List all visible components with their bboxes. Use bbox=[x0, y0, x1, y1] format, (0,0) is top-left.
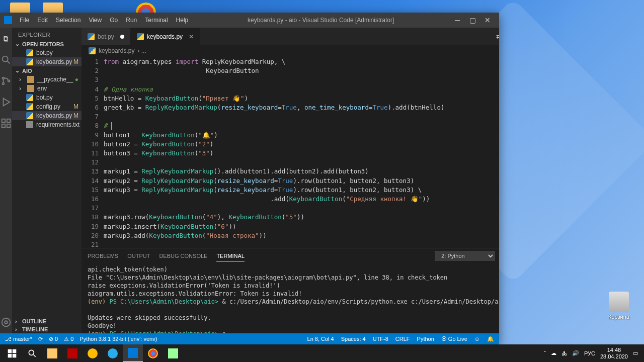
svg-point-5 bbox=[3, 83, 5, 85]
taskbar-filezilla[interactable] bbox=[62, 344, 83, 362]
timeline-header[interactable]: ›TIMELINE bbox=[12, 325, 82, 333]
menu-selection[interactable]: Selection bbox=[52, 15, 84, 25]
svg-point-13 bbox=[2, 318, 11, 327]
svg-rect-9 bbox=[2, 124, 5, 127]
tray-language[interactable]: РУС bbox=[584, 350, 595, 356]
editor-group: bot.pykeyboards.py✕ ⇄ ▷ ◫ ⋯ keyboards.py… bbox=[82, 28, 499, 333]
tree-item[interactable]: ›env bbox=[12, 84, 82, 93]
status-bar: ⎇ master* ⟳ ⊘ 0 ⚠ 0 Python 3.8.1 32-bit … bbox=[0, 333, 499, 344]
minimize-button[interactable]: ─ bbox=[450, 16, 465, 24]
editor-tab[interactable]: keyboards.py✕ bbox=[131, 28, 200, 45]
menu-help[interactable]: Help bbox=[173, 15, 192, 25]
svg-rect-10 bbox=[7, 124, 10, 127]
status-sync[interactable]: ⟳ bbox=[38, 336, 43, 342]
panel-tab-problems[interactable]: PROBLEMS bbox=[88, 251, 118, 261]
status-lang[interactable]: Python bbox=[417, 336, 434, 342]
svg-point-2 bbox=[3, 56, 8, 62]
svg-marker-7 bbox=[4, 99, 10, 106]
window-title: keyboards.py - aio - Visual Studio Code … bbox=[192, 17, 450, 24]
tray-chevron-icon[interactable]: ˆ bbox=[544, 350, 546, 356]
maximize-button[interactable]: ▢ bbox=[465, 16, 480, 24]
status-encoding[interactable]: UTF-8 bbox=[373, 336, 388, 342]
taskbar-chrome[interactable] bbox=[143, 344, 163, 362]
status-bell-icon[interactable]: 🔔 bbox=[487, 336, 494, 342]
taskbar-app[interactable] bbox=[83, 344, 103, 362]
titlebar[interactable]: FileEditSelectionViewGoRunTerminalHelp k… bbox=[0, 13, 499, 28]
taskbar: ˆ ☁ 🖧 🔊 РУС 14:4828.04.2020 ▭ bbox=[0, 344, 644, 362]
tree-item[interactable]: config.pyM bbox=[12, 102, 82, 111]
svg-rect-14 bbox=[8, 349, 12, 353]
panel-tab-output[interactable]: OUTPUT bbox=[127, 251, 150, 261]
status-feedback-icon[interactable]: ☺ bbox=[474, 336, 480, 342]
status-warnings[interactable]: ⚠ 0 bbox=[64, 336, 73, 342]
menu-terminal[interactable]: Terminal bbox=[141, 15, 171, 25]
compare-icon[interactable]: ⇄ bbox=[496, 33, 499, 40]
tray-volume-icon[interactable]: 🔊 bbox=[572, 350, 579, 356]
svg-line-3 bbox=[8, 61, 10, 64]
tree-item[interactable]: keyboards.pyM bbox=[12, 111, 82, 120]
svg-point-4 bbox=[3, 77, 5, 79]
svg-point-18 bbox=[29, 350, 34, 355]
taskbar-notepad[interactable] bbox=[163, 344, 183, 362]
open-editor-item[interactable]: keyboards.pyM bbox=[12, 57, 82, 66]
tray-cloud-icon[interactable]: ☁ bbox=[551, 350, 556, 356]
svg-point-12 bbox=[5, 321, 8, 324]
editor-tabs: bot.pykeyboards.py✕ ⇄ ▷ ◫ ⋯ bbox=[82, 28, 499, 45]
panel: PROBLEMSOUTPUTDEBUG CONSOLETERMINAL 2: P… bbox=[82, 248, 499, 333]
recycle-bin[interactable]: Корзина bbox=[604, 292, 634, 320]
taskbar-telegram[interactable] bbox=[103, 344, 123, 362]
menu-view[interactable]: View bbox=[85, 15, 105, 25]
system-tray[interactable]: ˆ ☁ 🖧 🔊 РУС 14:4828.04.2020 ▭ bbox=[544, 347, 642, 360]
menu-run[interactable]: Run bbox=[122, 15, 140, 25]
editor-tab[interactable]: bot.py bbox=[82, 28, 131, 45]
activity-extensions[interactable] bbox=[0, 117, 12, 129]
activity-explorer[interactable] bbox=[0, 33, 9, 45]
status-golive[interactable]: ⦿ Go Live bbox=[441, 336, 467, 342]
taskbar-vscode[interactable] bbox=[123, 344, 143, 362]
menu-file[interactable]: File bbox=[16, 15, 33, 25]
tray-notifications-icon[interactable]: ▭ bbox=[633, 350, 638, 356]
start-button[interactable] bbox=[2, 344, 22, 362]
code-editor[interactable]: from aiogram.types import ReplyKeyboardM… bbox=[104, 56, 499, 248]
status-eol[interactable]: CRLF bbox=[395, 336, 410, 342]
tree-item[interactable]: ›__pycache__● bbox=[12, 75, 82, 84]
svg-rect-15 bbox=[13, 349, 17, 353]
terminal[interactable]: api.check_token(token) File "C:\Users\Ad… bbox=[82, 263, 499, 333]
menu-go[interactable]: Go bbox=[106, 15, 121, 25]
python-icon bbox=[89, 47, 96, 54]
activity-settings[interactable] bbox=[0, 316, 12, 328]
panel-tab-terminal[interactable]: TERMINAL bbox=[216, 251, 245, 261]
status-position[interactable]: Ln 8, Col 4 bbox=[307, 336, 334, 342]
breadcrumb[interactable]: keyboards.py › ... bbox=[82, 45, 499, 56]
vscode-window: FileEditSelectionViewGoRunTerminalHelp k… bbox=[0, 13, 499, 344]
svg-point-6 bbox=[8, 80, 10, 82]
tray-network-icon[interactable]: 🖧 bbox=[561, 350, 567, 356]
recycle-bin-label: Корзина bbox=[604, 314, 634, 320]
activity-scm[interactable] bbox=[0, 75, 12, 87]
sidebar-title: EXPLORER bbox=[12, 28, 82, 40]
status-errors[interactable]: ⊘ 0 bbox=[49, 336, 58, 342]
activity-debug[interactable] bbox=[0, 96, 12, 108]
recycle-bin-icon bbox=[609, 292, 629, 312]
line-numbers: 123456789101112131415161718192021222324 bbox=[82, 56, 104, 248]
status-spaces[interactable]: Spaces: 4 bbox=[341, 336, 366, 342]
menu-edit[interactable]: Edit bbox=[34, 15, 51, 25]
open-editors-header[interactable]: ⌄OPEN EDITORS bbox=[12, 40, 82, 48]
open-editor-item[interactable]: bot.py bbox=[12, 48, 82, 57]
activity-search[interactable] bbox=[0, 54, 12, 66]
status-python[interactable]: Python 3.8.1 32-bit ('env': venv) bbox=[79, 336, 157, 342]
close-button[interactable]: ✕ bbox=[480, 16, 495, 24]
workspace-header[interactable]: ⌄AIO bbox=[12, 66, 82, 75]
taskbar-search[interactable] bbox=[22, 344, 42, 362]
panel-tab-debug-console[interactable]: DEBUG CONSOLE bbox=[159, 251, 207, 261]
status-branch[interactable]: ⎇ master* bbox=[5, 336, 32, 342]
svg-rect-16 bbox=[8, 353, 12, 357]
terminal-selector[interactable]: 2: Python bbox=[435, 251, 495, 261]
tree-item[interactable]: requirements.txt bbox=[12, 120, 82, 129]
outline-header[interactable]: ›OUTLINE bbox=[12, 317, 82, 325]
desktop: Корзина FileEditSelectionViewGoRunTermin… bbox=[0, 0, 644, 362]
taskbar-explorer[interactable] bbox=[42, 344, 62, 362]
tree-item[interactable]: bot.py bbox=[12, 93, 82, 102]
svg-rect-8 bbox=[2, 119, 5, 122]
tray-clock[interactable]: 14:4828.04.2020 bbox=[600, 347, 628, 360]
